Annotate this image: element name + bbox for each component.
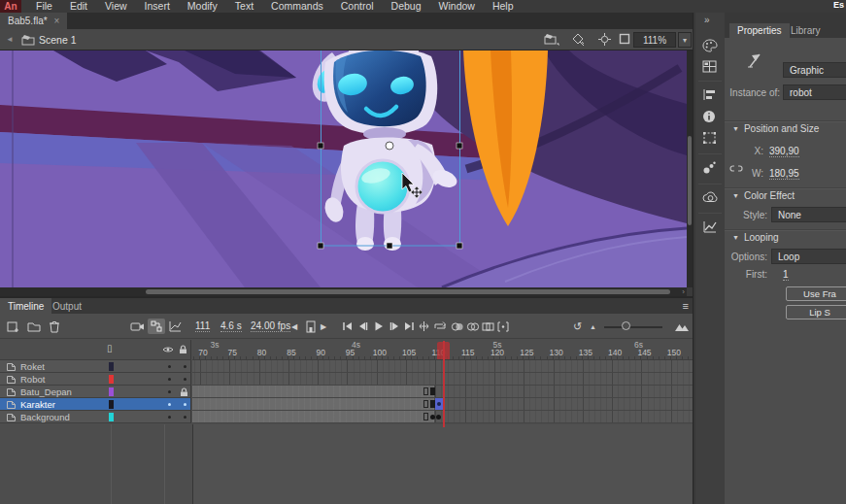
layer-lock-toggle[interactable]: [184, 365, 186, 368]
go-to-last-frame-button[interactable]: [404, 319, 415, 334]
new-layer-button[interactable]: [6, 319, 19, 334]
menu-item-edit[interactable]: Edit: [61, 0, 96, 13]
scroll-right-icon[interactable]: ›: [682, 287, 685, 296]
layer-visibility-toggle[interactable]: [168, 365, 171, 368]
layer-color-swatch[interactable]: [109, 413, 114, 421]
document-tab[interactable]: Bab5.fla* ×: [0, 13, 67, 29]
layer-lock-toggle[interactable]: [184, 403, 186, 406]
frame-span[interactable]: [192, 411, 435, 422]
layer-color-swatch[interactable]: [109, 400, 114, 409]
info-panel-icon[interactable]: [702, 110, 716, 123]
stage-horizontal-scrollbar[interactable]: ›: [0, 287, 687, 296]
edit-symbols-icon[interactable]: [571, 33, 586, 47]
playhead-line[interactable]: [443, 341, 445, 427]
layer-visibility-toggle[interactable]: [168, 390, 171, 393]
menu-item-insert[interactable]: Insert: [136, 0, 179, 13]
creative-cloud-icon[interactable]: [702, 191, 719, 203]
eye-column-icon[interactable]: [162, 346, 174, 353]
timeline-zoom-out-button[interactable]: ▲: [590, 319, 596, 334]
layer-lock-toggle[interactable]: [184, 416, 186, 419]
style-dropdown[interactable]: None: [771, 207, 846, 222]
selection-handle-right[interactable]: [457, 143, 462, 149]
panel-menu-icon[interactable]: ≡: [683, 298, 689, 314]
layer-row-Background[interactable]: Background: [0, 411, 191, 423]
onion-skin-outlines-button[interactable]: [466, 319, 480, 334]
transform-point[interactable]: [386, 142, 393, 150]
menu-item-modify[interactable]: Modify: [179, 0, 226, 13]
particles-panel-icon[interactable]: [702, 161, 717, 175]
menu-item-control[interactable]: Control: [332, 0, 383, 13]
section-color-effect[interactable]: ▼ Color Effect: [725, 187, 846, 203]
new-folder-button[interactable]: [27, 319, 41, 334]
layer-row-Roket[interactable]: Roket: [0, 360, 191, 373]
center-playhead-button[interactable]: [418, 319, 430, 334]
center-frame-button[interactable]: [305, 319, 317, 334]
layer-row-Robot[interactable]: Robot: [0, 373, 191, 386]
layer-color-swatch[interactable]: [109, 362, 114, 371]
x-value[interactable]: 390,90: [769, 146, 799, 157]
keyframe-dot[interactable]: [436, 415, 441, 420]
menu-item-debug[interactable]: Debug: [383, 0, 430, 13]
current-frame-value[interactable]: 111: [195, 320, 210, 332]
swatches-icon[interactable]: [702, 60, 717, 73]
stage-zoom-dropdown[interactable]: ▾: [678, 32, 692, 48]
layer-color-swatch[interactable]: [109, 375, 114, 384]
add-camera-button[interactable]: [130, 319, 145, 334]
center-stage-icon[interactable]: [598, 33, 611, 46]
play-button[interactable]: [374, 319, 384, 334]
vscroll-thumb[interactable]: [688, 136, 692, 225]
step-back-one-frame-button[interactable]: [357, 319, 368, 334]
symbol-type-dropdown[interactable]: Graphic: [783, 62, 846, 78]
chart-panel-icon[interactable]: [702, 220, 717, 233]
breadcrumb-scene[interactable]: Scene 1: [39, 34, 77, 46]
first-frame-value[interactable]: 1: [783, 269, 789, 281]
lock-column-icon[interactable]: [179, 345, 187, 354]
edit-scene-icon[interactable]: [544, 33, 559, 46]
timeline-zoom-slider[interactable]: [604, 326, 662, 328]
reset-timeline-zoom-button[interactable]: ↺: [573, 319, 582, 334]
selection-handle-left[interactable]: [318, 143, 323, 149]
layer-row-Batu_Depan[interactable]: Batu_Depan: [0, 386, 191, 398]
transform-panel-icon[interactable]: [702, 131, 717, 145]
instance-name-field[interactable]: robot: [783, 84, 846, 100]
layer-color-swatch[interactable]: [109, 387, 114, 396]
clip-content-icon[interactable]: [619, 33, 630, 45]
stage[interactable]: [0, 50, 687, 287]
show-layer-depth-button[interactable]: [169, 319, 182, 334]
loop-playback-button[interactable]: [433, 319, 447, 334]
loop-options-dropdown[interactable]: Loop: [771, 249, 846, 264]
menu-item-commands[interactable]: Commands: [262, 0, 332, 13]
layer-visibility-toggle[interactable]: [168, 378, 171, 381]
edit-multiple-frames-button[interactable]: [482, 319, 494, 334]
timeline-zoom-knob[interactable]: [622, 321, 630, 330]
selection-handle-bottom-center[interactable]: [387, 243, 392, 249]
hscroll-thumb[interactable]: [146, 289, 670, 294]
layer-visibility-toggle[interactable]: [168, 403, 171, 406]
delete-layer-button[interactable]: [49, 319, 60, 334]
step-forward-button[interactable]: ▶: [321, 319, 326, 334]
tab-library[interactable]: Library: [783, 23, 829, 38]
frame-span[interactable]: [192, 386, 435, 397]
step-forward-one-frame-button[interactable]: [389, 319, 400, 334]
timeline-zoom-in-button[interactable]: [674, 319, 690, 334]
onion-skin-button[interactable]: [451, 319, 464, 334]
menu-item-help[interactable]: Help: [484, 0, 523, 13]
color-palette-icon[interactable]: [702, 39, 718, 52]
show-parenting-view-button[interactable]: [148, 319, 165, 334]
back-arrow-icon[interactable]: ◄: [6, 35, 14, 44]
close-icon[interactable]: ×: [54, 16, 60, 26]
frame-rate-value[interactable]: 24.00 fps: [251, 320, 290, 332]
layer-lock-toggle[interactable]: [184, 378, 186, 381]
selection-handle-bottom-right[interactable]: [457, 243, 462, 249]
section-looping[interactable]: ▼ Looping: [725, 229, 846, 245]
lock-icon[interactable]: [180, 387, 188, 397]
align-panel-icon[interactable]: [702, 88, 717, 101]
step-back-button[interactable]: ◀: [291, 319, 297, 334]
menu-item-view[interactable]: View: [96, 0, 136, 13]
selected-frame-cell[interactable]: [435, 398, 443, 410]
w-value[interactable]: 180,95: [769, 168, 799, 180]
layer-visibility-toggle[interactable]: [168, 416, 171, 419]
go-to-first-frame-button[interactable]: [342, 319, 353, 334]
lip-syncing-button[interactable]: Lip S: [786, 305, 846, 319]
stage-zoom-value[interactable]: 111%: [633, 32, 676, 48]
